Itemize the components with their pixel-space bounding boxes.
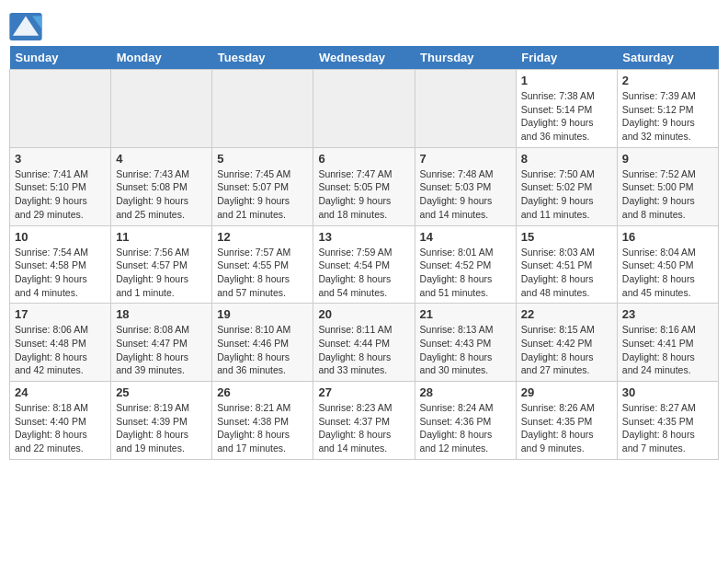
calendar-day (10, 70, 111, 148)
day-info: Sunrise: 8:16 AM Sunset: 4:41 PM Dayligh… (622, 323, 713, 377)
calendar-week-row: 10Sunrise: 7:54 AM Sunset: 4:58 PM Dayli… (10, 225, 719, 304)
day-info: Sunrise: 7:47 AM Sunset: 5:05 PM Dayligh… (318, 167, 409, 222)
col-header-sunday: Sunday (10, 46, 111, 70)
day-number: 2 (622, 74, 713, 87)
day-number: 8 (521, 152, 612, 166)
day-info: Sunrise: 8:10 AM Sunset: 4:46 PM Dayligh… (217, 323, 308, 377)
calendar-day: 18Sunrise: 8:08 AM Sunset: 4:47 PM Dayli… (111, 304, 212, 382)
calendar-week-row: 1Sunrise: 7:38 AM Sunset: 5:14 PM Daylig… (10, 70, 719, 148)
day-info: Sunrise: 7:38 AM Sunset: 5:14 PM Dayligh… (521, 89, 612, 144)
day-info: Sunrise: 7:39 AM Sunset: 5:12 PM Dayligh… (622, 89, 713, 144)
day-number: 12 (217, 230, 308, 244)
day-number: 6 (318, 152, 409, 166)
day-info: Sunrise: 8:13 AM Sunset: 4:43 PM Dayligh… (420, 323, 511, 377)
day-number: 23 (622, 307, 713, 321)
day-info: Sunrise: 7:50 AM Sunset: 5:02 PM Dayligh… (521, 167, 612, 222)
calendar-day: 22Sunrise: 8:15 AM Sunset: 4:42 PM Dayli… (516, 304, 617, 382)
day-info: Sunrise: 7:48 AM Sunset: 5:03 PM Dayligh… (420, 167, 511, 222)
day-number: 26 (217, 385, 308, 399)
calendar-day: 3Sunrise: 7:41 AM Sunset: 5:10 PM Daylig… (10, 147, 111, 225)
day-info: Sunrise: 7:56 AM Sunset: 4:57 PM Dayligh… (116, 246, 207, 300)
calendar-day: 20Sunrise: 8:11 AM Sunset: 4:44 PM Dayli… (313, 304, 415, 382)
col-header-friday: Friday (516, 46, 617, 70)
calendar-day: 10Sunrise: 7:54 AM Sunset: 4:58 PM Dayli… (10, 225, 111, 304)
day-number: 27 (318, 385, 409, 399)
calendar-day: 14Sunrise: 8:01 AM Sunset: 4:52 PM Dayli… (415, 225, 516, 304)
day-info: Sunrise: 8:18 AM Sunset: 4:40 PM Dayligh… (15, 401, 106, 455)
day-number: 13 (318, 230, 409, 244)
day-number: 3 (15, 152, 106, 166)
calendar-day: 4Sunrise: 7:43 AM Sunset: 5:08 PM Daylig… (111, 147, 212, 225)
calendar-day: 29Sunrise: 8:26 AM Sunset: 4:35 PM Dayli… (516, 382, 617, 460)
calendar-header-row: SundayMondayTuesdayWednesdayThursdayFrid… (10, 46, 719, 70)
day-info: Sunrise: 8:21 AM Sunset: 4:38 PM Dayligh… (217, 401, 308, 455)
day-info: Sunrise: 8:01 AM Sunset: 4:52 PM Dayligh… (420, 246, 511, 300)
col-header-wednesday: Wednesday (313, 46, 415, 70)
day-info: Sunrise: 8:04 AM Sunset: 4:50 PM Dayligh… (622, 246, 713, 300)
day-number: 11 (116, 230, 207, 244)
day-number: 30 (622, 385, 713, 399)
calendar-day: 9Sunrise: 7:52 AM Sunset: 5:00 PM Daylig… (617, 147, 718, 225)
day-info: Sunrise: 8:06 AM Sunset: 4:48 PM Dayligh… (15, 323, 106, 377)
calendar-day (313, 70, 415, 148)
calendar-week-row: 17Sunrise: 8:06 AM Sunset: 4:48 PM Dayli… (10, 304, 719, 382)
day-number: 28 (420, 385, 511, 399)
calendar-day: 1Sunrise: 7:38 AM Sunset: 5:14 PM Daylig… (516, 70, 617, 148)
day-number: 29 (521, 385, 612, 399)
calendar-day: 12Sunrise: 7:57 AM Sunset: 4:55 PM Dayli… (212, 225, 313, 304)
day-number: 24 (15, 385, 106, 399)
day-info: Sunrise: 8:26 AM Sunset: 4:35 PM Dayligh… (521, 401, 612, 455)
calendar-day: 13Sunrise: 7:59 AM Sunset: 4:54 PM Dayli… (313, 225, 415, 304)
calendar-day: 25Sunrise: 8:19 AM Sunset: 4:39 PM Dayli… (111, 382, 212, 460)
day-info: Sunrise: 7:43 AM Sunset: 5:08 PM Dayligh… (116, 167, 207, 222)
calendar-day (111, 70, 212, 148)
header (9, 9, 719, 40)
day-number: 19 (217, 307, 308, 321)
day-info: Sunrise: 7:54 AM Sunset: 4:58 PM Dayligh… (15, 246, 106, 300)
calendar-day (212, 70, 313, 148)
day-info: Sunrise: 8:08 AM Sunset: 4:47 PM Dayligh… (116, 323, 207, 377)
calendar-day: 23Sunrise: 8:16 AM Sunset: 4:41 PM Dayli… (617, 304, 718, 382)
col-header-saturday: Saturday (617, 46, 718, 70)
day-number: 20 (318, 307, 409, 321)
calendar-day (415, 70, 516, 148)
day-info: Sunrise: 8:24 AM Sunset: 4:36 PM Dayligh… (420, 401, 511, 455)
day-number: 17 (15, 307, 106, 321)
calendar-week-row: 24Sunrise: 8:18 AM Sunset: 4:40 PM Dayli… (10, 382, 719, 460)
day-number: 5 (217, 152, 308, 166)
calendar-day: 6Sunrise: 7:47 AM Sunset: 5:05 PM Daylig… (313, 147, 415, 225)
day-info: Sunrise: 8:19 AM Sunset: 4:39 PM Dayligh… (116, 401, 207, 455)
calendar-day: 19Sunrise: 8:10 AM Sunset: 4:46 PM Dayli… (212, 304, 313, 382)
calendar-day: 17Sunrise: 8:06 AM Sunset: 4:48 PM Dayli… (10, 304, 111, 382)
day-info: Sunrise: 8:23 AM Sunset: 4:37 PM Dayligh… (318, 401, 409, 455)
calendar-day: 15Sunrise: 8:03 AM Sunset: 4:51 PM Dayli… (516, 225, 617, 304)
day-number: 7 (420, 152, 511, 166)
calendar-day: 5Sunrise: 7:45 AM Sunset: 5:07 PM Daylig… (212, 147, 313, 225)
day-number: 4 (116, 152, 207, 166)
day-info: Sunrise: 8:15 AM Sunset: 4:42 PM Dayligh… (521, 323, 612, 377)
calendar-day: 7Sunrise: 7:48 AM Sunset: 5:03 PM Daylig… (415, 147, 516, 225)
day-info: Sunrise: 7:45 AM Sunset: 5:07 PM Dayligh… (217, 167, 308, 222)
day-number: 15 (521, 230, 612, 244)
calendar-day: 27Sunrise: 8:23 AM Sunset: 4:37 PM Dayli… (313, 382, 415, 460)
day-number: 14 (420, 230, 511, 244)
day-number: 25 (116, 385, 207, 399)
day-number: 22 (521, 307, 612, 321)
day-info: Sunrise: 7:41 AM Sunset: 5:10 PM Dayligh… (15, 167, 106, 222)
calendar-day: 16Sunrise: 8:04 AM Sunset: 4:50 PM Dayli… (617, 225, 718, 304)
day-info: Sunrise: 7:59 AM Sunset: 4:54 PM Dayligh… (318, 246, 409, 300)
calendar-table: SundayMondayTuesdayWednesdayThursdayFrid… (9, 46, 719, 460)
calendar-day: 26Sunrise: 8:21 AM Sunset: 4:38 PM Dayli… (212, 382, 313, 460)
calendar-week-row: 3Sunrise: 7:41 AM Sunset: 5:10 PM Daylig… (10, 147, 719, 225)
day-info: Sunrise: 7:52 AM Sunset: 5:00 PM Dayligh… (622, 167, 713, 222)
day-number: 21 (420, 307, 511, 321)
day-number: 10 (15, 230, 106, 244)
col-header-monday: Monday (111, 46, 212, 70)
day-number: 18 (116, 307, 207, 321)
calendar-day: 24Sunrise: 8:18 AM Sunset: 4:40 PM Dayli… (10, 382, 111, 460)
calendar-day: 2Sunrise: 7:39 AM Sunset: 5:12 PM Daylig… (617, 70, 718, 148)
day-info: Sunrise: 8:11 AM Sunset: 4:44 PM Dayligh… (318, 323, 409, 377)
day-info: Sunrise: 8:03 AM Sunset: 4:51 PM Dayligh… (521, 246, 612, 300)
calendar-day: 8Sunrise: 7:50 AM Sunset: 5:02 PM Daylig… (516, 147, 617, 225)
calendar-day: 21Sunrise: 8:13 AM Sunset: 4:43 PM Dayli… (415, 304, 516, 382)
